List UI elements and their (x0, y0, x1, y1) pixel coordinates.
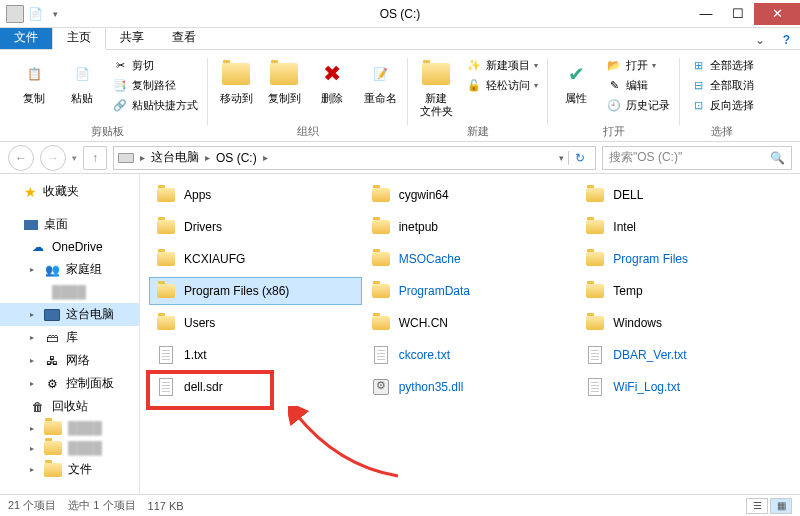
drive-icon (118, 153, 134, 163)
file-item[interactable]: Intel (579, 214, 790, 240)
file-item[interactable]: Program Files (579, 246, 790, 272)
file-icon (585, 377, 605, 397)
newfolder-button[interactable]: 新建 文件夹 (414, 54, 458, 118)
view-details-button[interactable]: ☰ (746, 498, 768, 514)
sidebar-controlpanel[interactable]: ▸⚙控制面板 (0, 372, 139, 395)
copyto-button[interactable]: 复制到 (262, 54, 306, 105)
recyclebin-icon: 🗑 (30, 399, 46, 415)
delete-button[interactable]: ✖删除 (310, 54, 354, 105)
file-item[interactable]: python35.dll (365, 374, 576, 400)
folder-icon (371, 281, 391, 301)
tab-file[interactable]: 文件 (0, 26, 52, 49)
tab-home[interactable]: 主页 (52, 25, 106, 50)
edit-button[interactable]: ✎编辑 (602, 76, 674, 94)
file-item[interactable]: Windows (579, 310, 790, 336)
qat-dropdown-icon[interactable]: ▾ (46, 5, 64, 23)
sidebar-docs[interactable]: ▸文件 (0, 458, 139, 481)
tab-share[interactable]: 共享 (106, 26, 158, 49)
copy-button[interactable]: 📋 复制 (12, 54, 56, 105)
properties-icon: ✔ (560, 58, 592, 90)
properties-button[interactable]: ✔属性 (554, 54, 598, 105)
forward-button[interactable]: → (40, 145, 66, 171)
sidebar-recyclebin[interactable]: 🗑回收站 (0, 395, 139, 418)
file-item[interactable]: Program Files (x86) (150, 278, 361, 304)
file-icon (156, 345, 176, 365)
sidebar-blur3[interactable]: ▸████ (0, 438, 139, 458)
history-button[interactable]: 🕘历史记录 (602, 96, 674, 114)
file-item[interactable]: ckcore.txt (365, 342, 576, 368)
file-name: Windows (613, 316, 662, 330)
file-item[interactable]: WCH.CN (365, 310, 576, 336)
selectall-button[interactable]: ⊞全部选择 (686, 56, 758, 74)
file-item[interactable]: WiFi_Log.txt (579, 374, 790, 400)
moveto-button[interactable]: 移动到 (214, 54, 258, 105)
folder-icon (585, 281, 605, 301)
cut-button[interactable]: ✂剪切 (108, 56, 202, 74)
copypath-button[interactable]: 📑复制路径 (108, 76, 202, 94)
sidebar-homegroup[interactable]: ▸👥家庭组 (0, 258, 139, 281)
chevron-right-icon[interactable]: ▸ (203, 152, 212, 163)
search-icon: 🔍 (770, 151, 785, 165)
address-bar[interactable]: ▸ 这台电脑 ▸ OS (C:) ▸ ▾ ↻ (113, 146, 596, 170)
file-name: 1.txt (184, 348, 207, 362)
sidebar-thispc[interactable]: ▸这台电脑 (0, 303, 139, 326)
file-item[interactable]: Temp (579, 278, 790, 304)
edit-icon: ✎ (606, 77, 622, 93)
paste-button[interactable]: 📄 粘贴 (60, 54, 104, 105)
open-button[interactable]: 📂打开 ▾ (602, 56, 674, 74)
file-item[interactable]: Drivers (150, 214, 361, 240)
annotation-arrow (288, 406, 408, 486)
sidebar-blur1[interactable]: ████ (0, 281, 139, 303)
search-input[interactable]: 搜索"OS (C:)" 🔍 (602, 146, 792, 170)
file-item[interactable]: Users (150, 310, 361, 336)
ribbon-expand-icon[interactable]: ⌄ (747, 31, 773, 49)
invert-button[interactable]: ⊡反向选择 (686, 96, 758, 114)
chevron-right-icon[interactable]: ▸ (138, 152, 147, 163)
navigation-pane[interactable]: ★收藏夹 桌面 ☁OneDrive ▸👥家庭组 ████ ▸这台电脑 ▸🗃库 ▸… (0, 174, 140, 494)
sidebar-libraries[interactable]: ▸🗃库 (0, 326, 139, 349)
sidebar-network[interactable]: ▸🖧网络 (0, 349, 139, 372)
rename-button[interactable]: 📝重命名 (358, 54, 402, 105)
maximize-button[interactable]: ☐ (722, 3, 754, 25)
selectnone-button[interactable]: ⊟全部取消 (686, 76, 758, 94)
sidebar-onedrive[interactable]: ☁OneDrive (0, 236, 139, 258)
recent-dropdown-icon[interactable]: ▾ (72, 153, 77, 163)
tab-view[interactable]: 查看 (158, 26, 210, 49)
qat-newfile-icon[interactable]: 📄 (26, 5, 44, 23)
help-icon[interactable]: ? (773, 31, 800, 49)
breadcrumb-thispc[interactable]: 这台电脑 (151, 149, 199, 166)
folder-icon (156, 217, 176, 237)
back-button[interactable]: ← (8, 145, 34, 171)
up-button[interactable]: ↑ (83, 146, 107, 170)
file-item[interactable]: ProgramData (365, 278, 576, 304)
sidebar-desktop[interactable]: 桌面 (0, 213, 139, 236)
close-button[interactable]: ✕ (754, 3, 800, 25)
folder-icon (44, 463, 62, 477)
file-item[interactable]: MSOCache (365, 246, 576, 272)
refresh-icon[interactable]: ↻ (568, 151, 591, 165)
address-dropdown-icon[interactable]: ▾ (553, 153, 564, 163)
file-item[interactable]: inetpub (365, 214, 576, 240)
easyaccess-button[interactable]: 🔓轻松访问 ▾ (462, 76, 542, 94)
file-name: cygwin64 (399, 188, 449, 202)
file-item[interactable]: cygwin64 (365, 182, 576, 208)
star-icon: ★ (24, 184, 37, 200)
chevron-right-icon[interactable]: ▸ (261, 152, 270, 163)
minimize-button[interactable]: — (690, 3, 722, 25)
file-name: KCXIAUFG (184, 252, 245, 266)
newitem-button[interactable]: ✨新建项目 ▾ (462, 56, 542, 74)
file-item[interactable]: DELL (579, 182, 790, 208)
file-item[interactable]: KCXIAUFG (150, 246, 361, 272)
file-pane[interactable]: Appscygwin64DELLDriversinetpubIntelKCXIA… (140, 174, 800, 494)
view-icons-button[interactable]: ▦ (770, 498, 792, 514)
file-item[interactable]: 1.txt (150, 342, 361, 368)
file-item[interactable]: DBAR_Ver.txt (579, 342, 790, 368)
file-name: DELL (613, 188, 643, 202)
paste-shortcut-button[interactable]: 🔗粘贴快捷方式 (108, 96, 202, 114)
file-item[interactable]: Apps (150, 182, 361, 208)
breadcrumb-drive[interactable]: OS (C:) (216, 151, 257, 165)
file-item[interactable]: dell.sdr (150, 374, 361, 400)
sidebar-favorites[interactable]: ★收藏夹 (0, 180, 139, 203)
sidebar-blur2[interactable]: ▸████ (0, 418, 139, 438)
file-icon (585, 345, 605, 365)
